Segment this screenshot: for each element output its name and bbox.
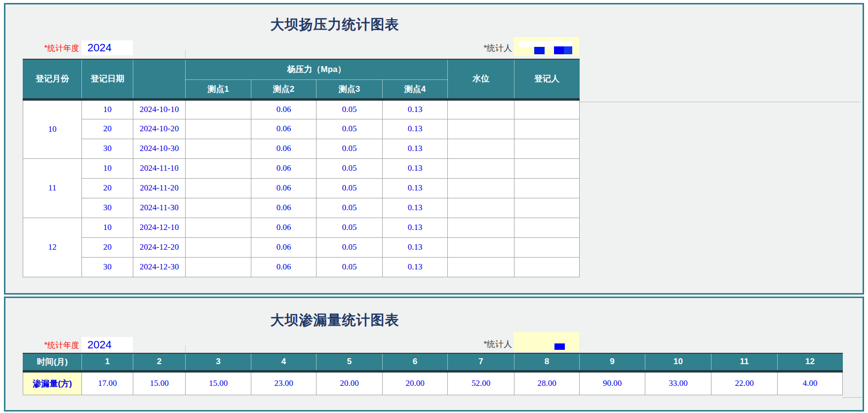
point1-cell[interactable] (186, 99, 251, 119)
uplift-statistician-input[interactable] (513, 37, 579, 56)
point3-cell[interactable]: 0.05 (316, 119, 383, 139)
seepage-value-cell[interactable]: 33.00 (645, 371, 711, 395)
water-cell[interactable] (448, 257, 514, 277)
registrant-cell[interactable] (514, 178, 580, 198)
day-cell[interactable]: 20 (82, 178, 133, 198)
point3-cell[interactable]: 0.05 (316, 198, 383, 218)
seepage-year-input[interactable]: 2024 (81, 337, 133, 352)
point1-cell[interactable] (186, 198, 251, 218)
day-cell[interactable]: 10 (82, 158, 133, 178)
point3-cell[interactable]: 0.05 (316, 257, 383, 277)
point1-cell[interactable] (186, 119, 251, 139)
water-cell[interactable] (448, 158, 514, 178)
point1-cell[interactable] (186, 237, 251, 257)
uplift-year-input[interactable]: 2024 (81, 40, 133, 55)
day-cell[interactable]: 20 (82, 119, 133, 139)
point2-cell[interactable]: 0.06 (251, 257, 316, 277)
seepage-value-cell[interactable]: 20.00 (383, 371, 448, 395)
seepage-value-cell[interactable]: 23.00 (251, 371, 316, 395)
col-header-pressure-group: 杨压力（Mpa） (186, 59, 448, 79)
point2-cell[interactable]: 0.06 (251, 158, 316, 178)
point4-cell[interactable]: 0.13 (383, 257, 448, 277)
point1-cell[interactable] (186, 158, 251, 178)
seepage-value-cell[interactable]: 17.00 (82, 371, 133, 395)
day-cell[interactable]: 30 (82, 198, 133, 218)
date-cell[interactable]: 2024-12-30 (133, 257, 186, 277)
date-cell[interactable]: 2024-11-30 (133, 198, 186, 218)
uplift-year-label: *统计年度 (5, 43, 79, 53)
registrant-cell[interactable] (514, 139, 580, 158)
point2-cell[interactable]: 0.06 (251, 178, 316, 198)
point2-cell[interactable]: 0.06 (251, 119, 316, 139)
point4-cell[interactable]: 0.13 (383, 198, 448, 218)
col-header-month-1: 1 (82, 353, 133, 371)
water-cell[interactable] (448, 139, 514, 158)
date-cell[interactable]: 2024-10-30 (133, 139, 186, 158)
date-cell[interactable]: 2024-12-10 (133, 218, 186, 237)
date-cell[interactable]: 2024-10-10 (133, 99, 186, 119)
seepage-value-cell[interactable]: 52.00 (448, 371, 514, 395)
point4-cell[interactable]: 0.13 (383, 237, 448, 257)
point2-cell[interactable]: 0.06 (251, 139, 316, 158)
point4-cell[interactable]: 0.13 (383, 119, 448, 139)
month-cell[interactable]: 12 (23, 218, 82, 277)
gridline-extension (185, 345, 186, 353)
month-cell[interactable]: 10 (23, 99, 82, 158)
table-row: 20 2024-12-20 0.06 0.05 0.13 (23, 237, 580, 257)
day-cell[interactable]: 20 (82, 237, 133, 257)
point2-cell[interactable]: 0.06 (251, 99, 316, 119)
registrant-cell[interactable] (514, 119, 580, 139)
day-cell[interactable]: 30 (82, 257, 133, 277)
seepage-value-cell[interactable]: 22.00 (711, 371, 778, 395)
point1-cell[interactable] (186, 257, 251, 277)
seepage-value-cell[interactable]: 28.00 (514, 371, 580, 395)
point2-cell[interactable]: 0.06 (251, 218, 316, 237)
day-cell[interactable]: 10 (82, 218, 133, 237)
water-cell[interactable] (448, 218, 514, 237)
point3-cell[interactable]: 0.05 (316, 178, 383, 198)
point1-cell[interactable] (186, 178, 251, 198)
registrant-cell[interactable] (514, 158, 580, 178)
registrant-cell[interactable] (514, 99, 580, 119)
seepage-value-cell[interactable]: 20.00 (316, 371, 383, 395)
seepage-value-cell[interactable]: 15.00 (133, 371, 186, 395)
col-header-registrant: 登记人 (514, 59, 580, 99)
registrant-cell[interactable] (514, 218, 580, 237)
point3-cell[interactable]: 0.05 (316, 237, 383, 257)
date-cell[interactable]: 2024-12-20 (133, 237, 186, 257)
water-cell[interactable] (448, 237, 514, 257)
point3-cell[interactable]: 0.05 (316, 158, 383, 178)
water-cell[interactable] (448, 178, 514, 198)
seepage-statistician-input[interactable] (513, 332, 579, 351)
gridline-extension (842, 397, 862, 398)
point4-cell[interactable]: 0.13 (383, 99, 448, 119)
point1-cell[interactable] (186, 139, 251, 158)
day-cell[interactable]: 30 (82, 139, 133, 158)
col-header-time: 时间(月) (23, 353, 82, 371)
point3-cell[interactable]: 0.05 (316, 99, 383, 119)
seepage-value-cell[interactable]: 15.00 (186, 371, 251, 395)
point3-cell[interactable]: 0.05 (316, 139, 383, 158)
registrant-cell[interactable] (514, 237, 580, 257)
point3-cell[interactable]: 0.05 (316, 218, 383, 237)
water-cell[interactable] (448, 119, 514, 139)
water-cell[interactable] (448, 198, 514, 218)
date-cell[interactable]: 2024-11-20 (133, 178, 186, 198)
point2-cell[interactable]: 0.06 (251, 198, 316, 218)
day-cell[interactable]: 10 (82, 99, 133, 119)
seepage-value-cell[interactable]: 4.00 (778, 371, 843, 395)
point1-cell[interactable] (186, 218, 251, 237)
registrant-cell[interactable] (514, 198, 580, 218)
point4-cell[interactable]: 0.13 (383, 139, 448, 158)
col-header-point1: 测点1 (186, 79, 251, 99)
month-cell[interactable]: 11 (23, 158, 82, 218)
point2-cell[interactable]: 0.06 (251, 237, 316, 257)
point4-cell[interactable]: 0.13 (383, 178, 448, 198)
point4-cell[interactable]: 0.13 (383, 218, 448, 237)
date-cell[interactable]: 2024-10-20 (133, 119, 186, 139)
water-cell[interactable] (448, 99, 514, 119)
point4-cell[interactable]: 0.13 (383, 158, 448, 178)
seepage-value-cell[interactable]: 90.00 (580, 371, 645, 395)
date-cell[interactable]: 2024-11-10 (133, 158, 186, 178)
registrant-cell[interactable] (514, 257, 580, 277)
